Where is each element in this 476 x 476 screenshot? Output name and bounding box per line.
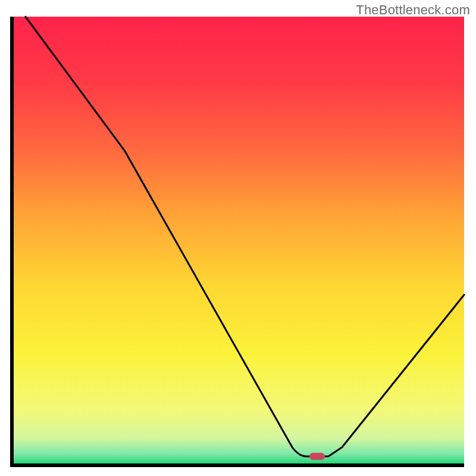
chart-background bbox=[12, 17, 464, 465]
watermark-text: TheBottleneck.com bbox=[356, 2, 470, 18]
chart-canvas bbox=[0, 0, 476, 476]
bottleneck-chart: TheBottleneck.com bbox=[0, 0, 476, 476]
optimal-marker bbox=[309, 453, 325, 460]
